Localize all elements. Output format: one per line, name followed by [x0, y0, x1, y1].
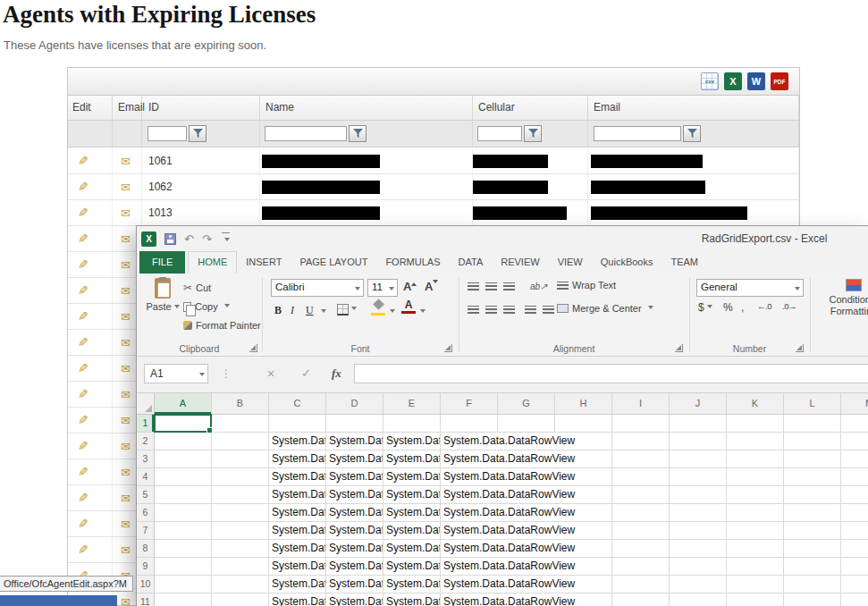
edit-pencil-icon[interactable]: ✎	[78, 413, 88, 427]
send-email-icon[interactable]: ✉	[121, 232, 131, 246]
edit-pencil-icon[interactable]: ✎	[78, 180, 88, 194]
ribbon-tab-page-layout[interactable]: PAGE LAYOUT	[291, 251, 376, 274]
edit-pencil-icon[interactable]: ✎	[78, 309, 88, 324]
decrease-font-button[interactable]: A	[425, 280, 438, 293]
format-painter-button[interactable]: Format Painter	[183, 316, 261, 334]
name-box[interactable]: A1	[144, 364, 208, 383]
column-header-a[interactable]: A	[155, 393, 212, 414]
row-header-4[interactable]: 4	[137, 468, 154, 486]
name-filter-input[interactable]	[265, 126, 347, 141]
edit-pencil-icon[interactable]: ✎	[78, 154, 88, 168]
cell-c9[interactable]: System.Data.DataRowView	[269, 558, 325, 575]
row-header-2[interactable]: 2	[137, 433, 154, 450]
ribbon-tab-quickbooks[interactable]: QuickBooks	[592, 251, 662, 274]
export-word-button[interactable]: W	[747, 72, 765, 90]
export-excel-button[interactable]: X	[724, 72, 742, 90]
cell-d8[interactable]: System.Data.DataRowView	[326, 540, 383, 557]
decrease-indent-button[interactable]	[525, 305, 536, 316]
cell-e4[interactable]: System.Data.DataRowView	[383, 468, 440, 485]
ribbon-tab-team[interactable]: TEAM	[662, 251, 707, 274]
edit-pencil-icon[interactable]: ✎	[78, 206, 88, 220]
redo-button[interactable]: ↷	[202, 233, 212, 245]
column-header-e[interactable]: E	[383, 393, 441, 414]
ribbon-tab-view[interactable]: VIEW	[549, 251, 592, 274]
row-header-5[interactable]: 5	[137, 486, 154, 504]
cell-f8[interactable]: System.Data.DataRowView	[441, 540, 594, 557]
email-filter-input[interactable]	[594, 126, 681, 141]
send-email-icon[interactable]: ✉	[121, 440, 131, 453]
merge-center-button[interactable]: Merge & Center	[557, 303, 653, 314]
cell-f11[interactable]: System.Data.DataRowView	[441, 593, 594, 606]
cellular-filter-input[interactable]	[477, 126, 522, 141]
ribbon-tab-review[interactable]: REVIEW	[492, 251, 548, 274]
column-header-c[interactable]: C	[269, 393, 326, 414]
cell-e11[interactable]: System.Data.DataRowView	[383, 593, 440, 606]
save-icon[interactable]	[164, 233, 176, 245]
font-name-select[interactable]: Calibri	[271, 279, 364, 297]
insert-function-button[interactable]: fx	[332, 366, 341, 381]
id-filter-button[interactable]	[189, 125, 206, 142]
cell-e5[interactable]: System.Data.DataRowView	[383, 486, 440, 503]
cell-d4[interactable]: System.Data.DataRowView	[326, 468, 383, 485]
column-header-i[interactable]: I	[612, 393, 670, 414]
cell-c4[interactable]: System.Data.DataRowView	[269, 468, 325, 485]
align-center-button[interactable]	[485, 305, 497, 316]
send-email-icon[interactable]: ✉	[121, 492, 131, 505]
align-left-button[interactable]	[468, 305, 479, 316]
bold-button[interactable]: B	[274, 302, 282, 318]
ribbon-tab-data[interactable]: DATA	[450, 251, 493, 274]
column-header-l[interactable]: L	[784, 393, 841, 414]
cancel-button[interactable]: ×	[267, 366, 274, 381]
fill-color-dropdown[interactable]	[390, 309, 395, 316]
row-header-10[interactable]: 10	[137, 576, 154, 593]
send-email-icon[interactable]: ✉	[121, 466, 131, 479]
column-header-b[interactable]: B	[212, 393, 269, 414]
orientation-button[interactable]: ab↗	[530, 282, 548, 291]
conditional-formatting-button[interactable]: Conditional Formatting	[818, 279, 868, 317]
currency-button[interactable]: $	[698, 301, 712, 314]
undo-button[interactable]: ↶	[184, 233, 194, 245]
row-header-9[interactable]: 9	[137, 558, 154, 576]
cell-f7[interactable]: System.Data.DataRowView	[441, 522, 594, 539]
cell-e9[interactable]: System.Data.DataRowView	[383, 558, 440, 575]
send-email-icon[interactable]: ✉	[121, 336, 131, 349]
clipboard-dialog-launcher[interactable]	[249, 344, 257, 352]
number-format-select[interactable]: General	[696, 279, 804, 297]
send-email-icon[interactable]: ✉	[121, 284, 131, 298]
font-dialog-launcher[interactable]	[444, 344, 452, 352]
cell-d10[interactable]: System.Data.DataRowView	[326, 576, 383, 593]
export-pdf-button[interactable]: PDF	[771, 72, 788, 90]
send-email-icon[interactable]: ✉	[121, 595, 131, 606]
ribbon-tab-file[interactable]: FILE	[139, 251, 185, 274]
top-align-button[interactable]	[468, 282, 479, 292]
cell-f2[interactable]: System.Data.DataRowView	[441, 433, 594, 450]
row-header-1[interactable]: 1	[137, 415, 154, 433]
number-dialog-launcher[interactable]	[796, 344, 804, 352]
row-header-11[interactable]: 11	[137, 593, 154, 606]
cell-e3[interactable]: System.Data.DataRowView	[383, 450, 440, 467]
cell-f4[interactable]: System.Data.DataRowView	[441, 468, 594, 485]
percent-button[interactable]: %	[723, 301, 733, 314]
align-right-button[interactable]	[503, 305, 515, 316]
formula-input[interactable]	[354, 364, 868, 383]
cell-d11[interactable]: System.Data.DataRowView	[326, 593, 383, 606]
increase-decimal-button[interactable]: ←.0	[757, 301, 771, 311]
cut-button[interactable]: ✂ Cut	[183, 279, 211, 297]
cell-c3[interactable]: System.Data.DataRowView	[269, 450, 325, 467]
row-header-7[interactable]: 7	[137, 522, 154, 540]
bottom-align-button[interactable]	[503, 282, 515, 292]
cell-d5[interactable]: System.Data.DataRowView	[326, 486, 383, 503]
enter-button[interactable]: ✓	[301, 366, 311, 380]
underline-dropdown[interactable]	[321, 309, 326, 316]
send-email-icon[interactable]: ✉	[121, 258, 131, 272]
cell-c5[interactable]: System.Data.DataRowView	[269, 486, 325, 503]
font-size-select[interactable]: 11	[367, 279, 398, 297]
column-header-m[interactable]: M	[841, 393, 868, 414]
cell-e10[interactable]: System.Data.DataRowView	[383, 576, 440, 593]
row-header-8[interactable]: 8	[137, 540, 154, 558]
column-header-k[interactable]: K	[727, 393, 784, 414]
id-filter-input[interactable]	[147, 126, 187, 141]
row-header-6[interactable]: 6	[137, 504, 154, 522]
selected-cell-a1[interactable]	[154, 414, 212, 433]
send-email-icon[interactable]: ✉	[121, 206, 131, 220]
